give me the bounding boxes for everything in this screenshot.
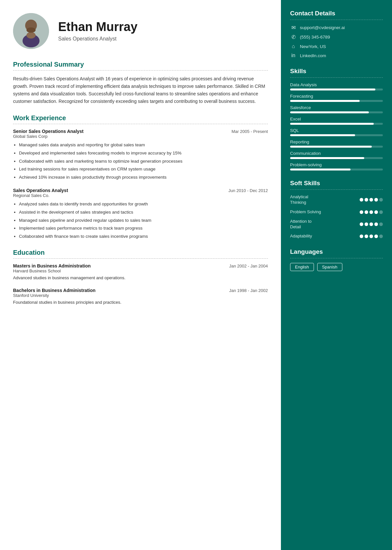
edu-item: Bachelors in Business Administration Jan… — [13, 288, 268, 306]
skill-bar-bg — [290, 111, 383, 113]
professional-summary-section: Professional Summary Results-driven Sale… — [13, 61, 268, 105]
skill-bar-fill — [290, 146, 372, 148]
dot-filled — [360, 198, 363, 202]
bullet: Managed sales pipeline and provided regu… — [19, 217, 268, 224]
soft-skill-name: Attention toDetail — [290, 219, 360, 230]
job-date: Jun 2010 - Dec 2012 — [228, 188, 268, 193]
lang-container: EnglishSpanish — [290, 263, 383, 271]
contact-icon: ✆ — [290, 34, 297, 40]
edu-date: Jan 2002 - Jan 2004 — [229, 264, 268, 268]
dot-filled — [374, 222, 378, 226]
contact-item: in LinkedIn.com — [290, 53, 383, 58]
bullet: Led training sessions for sales represen… — [19, 166, 268, 173]
skill-bar-bg — [290, 123, 383, 125]
skill-item: Forecasting — [290, 94, 383, 102]
work-divider — [13, 124, 268, 124]
contact-item: ✉ support@cvdesigner.ai — [290, 24, 383, 31]
soft-skills-container: AnalyticalThinking Problem Solving Atten… — [290, 194, 383, 239]
skill-name: Salesforce — [290, 105, 383, 110]
skill-name: Problem-solving — [290, 162, 383, 167]
dot-filled — [360, 222, 363, 226]
languages-divider — [290, 258, 383, 258]
dot-filled — [374, 210, 378, 214]
skills-title: Skills — [290, 68, 383, 75]
languages-title: Languages — [290, 248, 383, 255]
job-company: Global Sales Corp — [13, 134, 268, 139]
summary-divider — [13, 70, 268, 71]
candidate-name: Ethan Murray — [58, 20, 138, 34]
jobs-container: Senior Sales Operations Analyst Mar 2005… — [13, 129, 268, 240]
dot-filled — [365, 222, 368, 226]
dot-filled — [365, 198, 368, 202]
edu-divider — [13, 258, 268, 259]
bullet: Collaborated with finance team to create… — [19, 233, 268, 240]
work-experience-title: Work Experience — [13, 114, 268, 122]
skills-section: Skills Data Analysis Forecasting Salesfo… — [290, 68, 383, 170]
education-section: Education Masters in Business Administra… — [13, 249, 268, 305]
skill-item: SQL — [290, 128, 383, 136]
soft-skill-item: Problem Solving — [290, 209, 383, 215]
edu-date: Jan 1998 - Jan 2002 — [229, 288, 268, 293]
dot-filled — [374, 198, 378, 202]
dot-empty — [379, 222, 383, 226]
edu-school: Harvard Business School — [13, 268, 268, 273]
contact-divider — [290, 20, 383, 20]
summary-text: Results-driven Sales Operations Analyst … — [13, 75, 268, 105]
skill-name: Reporting — [290, 139, 383, 144]
soft-skills-divider — [290, 189, 383, 190]
skill-name: Communication — [290, 151, 383, 156]
skill-bar-fill — [290, 157, 364, 159]
job-date: Mar 2005 - Present — [232, 129, 268, 134]
soft-skill-item: Adaptability — [290, 234, 383, 239]
dot-filled — [360, 210, 363, 214]
dot-filled — [369, 210, 373, 214]
skill-bar-bg — [290, 134, 383, 136]
professional-summary-title: Professional Summary — [13, 61, 268, 68]
edu-degree: Masters in Business Administration — [13, 263, 91, 268]
job-title: Sales Operations Analyst — [13, 188, 68, 193]
skill-name: Excel — [290, 117, 383, 121]
resume-header: Ethan Murray Sales Operations Analyst — [13, 13, 268, 49]
edu-desc: Foundational studies in business princip… — [13, 299, 268, 306]
skill-bar-bg — [290, 169, 383, 170]
language-badge: Spanish — [317, 263, 342, 271]
avatar — [13, 13, 49, 49]
skill-bar-fill — [290, 169, 351, 170]
contact-item: ⌂ NewYork, US — [290, 43, 383, 49]
bullet: Managed sales data analysis and reportin… — [19, 141, 268, 149]
skill-name: SQL — [290, 128, 383, 133]
language-badge: English — [290, 263, 314, 271]
contact-container: ✉ support@cvdesigner.ai ✆ (555) 345-6789… — [290, 24, 383, 58]
soft-skill-item: Attention toDetail — [290, 219, 383, 230]
skill-bar-fill — [290, 89, 375, 90]
job-title: Senior Sales Operations Analyst — [13, 129, 84, 134]
job-bullets: Analyzed sales data to identify trends a… — [13, 201, 268, 240]
skill-bar-fill — [290, 134, 355, 136]
edu-school: Stanford University — [13, 293, 268, 298]
skill-item: Data Analysis — [290, 82, 383, 90]
edu-item: Masters in Business Administration Jan 2… — [13, 263, 268, 281]
skill-bar-fill — [290, 100, 360, 102]
skill-bar-bg — [290, 89, 383, 90]
contact-icon: in — [290, 53, 297, 58]
skill-item: Salesforce — [290, 105, 383, 113]
bullet: Implemented sales performance metrics to… — [19, 225, 268, 232]
bullet: Collaborated with sales and marketing te… — [19, 158, 268, 165]
skills-container: Data Analysis Forecasting Salesforce Exc… — [290, 82, 383, 170]
dot-filled — [369, 235, 373, 238]
svg-point-3 — [26, 32, 36, 39]
skill-name: Forecasting — [290, 94, 383, 99]
skill-item: Problem-solving — [290, 162, 383, 170]
dot-empty — [379, 198, 383, 202]
skills-divider — [290, 77, 383, 78]
dots — [360, 235, 383, 238]
job-item: Senior Sales Operations Analyst Mar 2005… — [13, 129, 268, 181]
bullet: Developed and implemented sales forecast… — [19, 150, 268, 157]
contact-text: (555) 345-6789 — [300, 35, 330, 40]
contact-title: Contact Details — [290, 10, 383, 17]
dot-filled — [369, 198, 373, 202]
contact-icon: ✉ — [290, 24, 297, 31]
contact-text: support@cvdesigner.ai — [300, 25, 345, 30]
skill-bar-fill — [290, 123, 374, 125]
soft-skill-name: AnalyticalThinking — [290, 194, 360, 205]
